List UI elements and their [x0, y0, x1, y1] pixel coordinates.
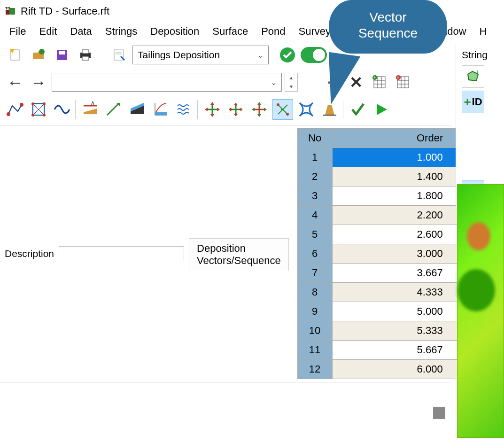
cell-no[interactable]: 7: [298, 264, 333, 283]
fill-layer-icon[interactable]: [127, 99, 147, 120]
svg-text:Δ: Δ: [91, 101, 94, 106]
svg-point-34: [31, 102, 34, 105]
svg-rect-9: [82, 50, 89, 54]
open-file-icon[interactable]: [28, 45, 49, 65]
mesh-node-icon[interactable]: [28, 99, 49, 120]
spinner[interactable]: ▲▼: [285, 73, 298, 92]
svg-marker-72: [325, 105, 334, 115]
cell-no[interactable]: 5: [298, 225, 333, 244]
svg-text:+: +: [373, 75, 376, 80]
menu-pond[interactable]: Pond: [255, 23, 292, 39]
grid-remove-icon[interactable]: ×: [393, 72, 413, 93]
svg-point-35: [43, 102, 46, 105]
svg-line-70: [283, 109, 287, 114]
svg-marker-62: [257, 114, 261, 117]
svg-text:+: +: [475, 70, 479, 76]
header-no[interactable]: No: [298, 129, 333, 148]
svg-rect-0: [6, 10, 9, 15]
svg-point-5: [39, 49, 45, 54]
trend-up-icon[interactable]: [103, 99, 124, 120]
deposition-combo-value: Tailings Deposition: [138, 49, 220, 61]
play-icon[interactable]: [371, 99, 392, 120]
svg-marker-52: [217, 108, 220, 111]
svg-marker-50: [210, 114, 214, 117]
cell-no[interactable]: 10: [298, 321, 333, 341]
save-icon[interactable]: [52, 45, 72, 65]
selector-combo[interactable]: ⌄: [52, 73, 282, 92]
cell-no[interactable]: 3: [298, 187, 333, 206]
back-arrow-icon[interactable]: ←: [5, 72, 25, 93]
converge-green-icon[interactable]: [225, 99, 246, 120]
section-elev-icon[interactable]: Δ: [80, 99, 101, 120]
right-panel: String + +ID: [456, 45, 504, 208]
svg-marker-64: [264, 108, 267, 111]
deposition-combo[interactable]: Tailings Deposition ⌄: [132, 46, 269, 64]
menu-edit[interactable]: Edit: [32, 23, 63, 39]
diverge-red-icon[interactable]: [249, 99, 270, 120]
check-circle-icon[interactable]: [277, 45, 298, 65]
description-input[interactable]: [59, 246, 184, 261]
window-title: Rift TD - Surface.rft: [21, 5, 109, 17]
polyline-icon[interactable]: [5, 99, 25, 120]
svg-marker-55: [234, 104, 238, 107]
intersection-icon[interactable]: [296, 99, 317, 120]
toolbar-nav: ← → ⌄ ▲▼ + ✕ + ×: [0, 69, 451, 96]
cell-no[interactable]: 2: [298, 167, 333, 187]
svg-marker-58: [239, 108, 241, 111]
callout-line2: Sequence: [333, 25, 442, 41]
scrollbar-thumb[interactable]: [433, 407, 445, 419]
polygon-add-icon[interactable]: +: [462, 65, 484, 88]
right-tab-string[interactable]: String: [459, 47, 501, 62]
grid-add-icon[interactable]: +: [369, 72, 390, 93]
cell-no[interactable]: 6: [298, 244, 333, 264]
svg-rect-7: [59, 51, 65, 54]
forward-arrow-icon[interactable]: →: [28, 72, 49, 93]
cell-no[interactable]: 8: [298, 283, 333, 302]
toolbar-tools: Δ: [0, 96, 451, 123]
cell-no[interactable]: 12: [298, 360, 333, 379]
svg-marker-57: [230, 108, 233, 111]
svg-marker-63: [252, 108, 255, 111]
app-icon: TD: [4, 6, 18, 17]
svg-text:TD: TD: [5, 6, 10, 10]
svg-text:×: ×: [397, 75, 399, 80]
cell-no[interactable]: 1: [298, 148, 333, 167]
tabstrip: Deposition Vectors/Sequence: [189, 237, 289, 271]
callout-line1: Vector: [333, 9, 442, 25]
diverge-green-icon[interactable]: [202, 99, 223, 120]
map-viewport[interactable]: [457, 184, 504, 438]
print-icon[interactable]: [75, 45, 96, 65]
svg-marker-61: [257, 102, 261, 105]
svg-marker-74: [377, 104, 387, 115]
menu-surface[interactable]: Surface: [206, 23, 255, 39]
curve-chart-icon[interactable]: [150, 99, 171, 120]
new-file-icon[interactable]: [5, 45, 25, 65]
enable-toggle[interactable]: [301, 47, 327, 63]
svg-marker-51: [205, 108, 208, 111]
svg-line-68: [283, 105, 287, 109]
svg-rect-10: [82, 56, 89, 60]
vector-sequence-icon[interactable]: [272, 99, 293, 120]
cell-no[interactable]: 9: [298, 302, 333, 321]
water-waves-icon[interactable]: [174, 99, 194, 120]
edit-note-icon[interactable]: [109, 45, 130, 65]
menu-data[interactable]: Data: [63, 23, 98, 39]
chevron-down-icon: ⌄: [271, 78, 277, 87]
menu-deposition[interactable]: Deposition: [144, 23, 206, 39]
chevron-down-icon: ⌄: [257, 51, 264, 60]
svg-marker-56: [234, 112, 238, 115]
svg-point-36: [31, 114, 34, 117]
add-id-icon[interactable]: +ID: [462, 91, 484, 113]
cell-no[interactable]: 11: [298, 341, 333, 360]
description-label: Description: [5, 248, 54, 259]
svg-marker-49: [210, 102, 214, 105]
svg-point-37: [43, 114, 46, 117]
cell-no[interactable]: 4: [298, 206, 333, 225]
svg-point-29: [7, 112, 10, 116]
menu-file[interactable]: File: [3, 23, 32, 39]
menu-strings[interactable]: Strings: [99, 23, 144, 39]
wave-icon[interactable]: [52, 99, 72, 120]
tab-deposition-vectors[interactable]: Deposition Vectors/Sequence: [189, 238, 289, 271]
svg-rect-46: [155, 112, 167, 115]
menu-help[interactable]: H: [473, 23, 494, 39]
